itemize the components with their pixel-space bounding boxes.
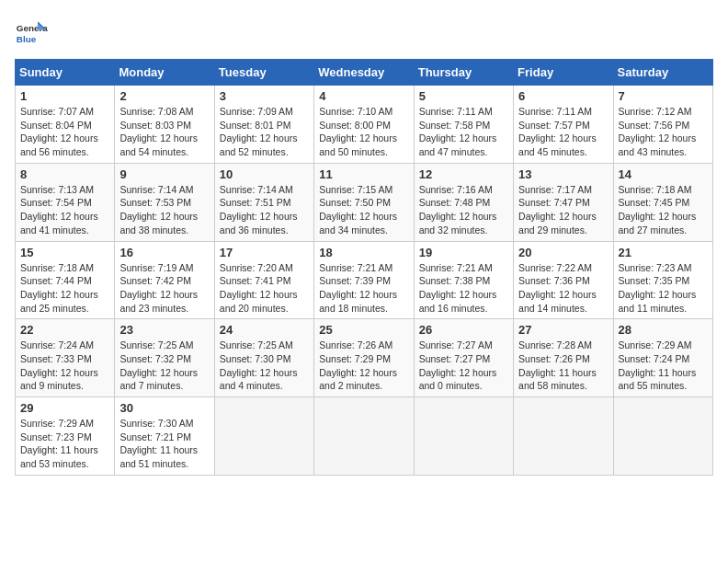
day-number: 27 xyxy=(518,323,608,337)
day-number: 30 xyxy=(119,401,209,415)
day-info: Sunrise: 7:18 AMSunset: 7:45 PMDaylight:… xyxy=(619,183,708,237)
day-cell: 3Sunrise: 7:09 AMSunset: 8:01 PMDaylight… xyxy=(214,86,313,164)
day-number: 15 xyxy=(20,246,109,259)
day-cell: 17Sunrise: 7:20 AMSunset: 7:41 PMDayligh… xyxy=(214,241,313,319)
logo-icon: General Blue xyxy=(15,15,48,48)
day-info: Sunrise: 7:20 AMSunset: 7:41 PMDaylight:… xyxy=(220,261,309,316)
day-cell: 10Sunrise: 7:14 AMSunset: 7:51 PMDayligh… xyxy=(214,163,313,241)
day-cell: 29Sunrise: 7:29 AMSunset: 7:23 PMDayligh… xyxy=(16,397,115,476)
day-cell: 27Sunrise: 7:28 AMSunset: 7:26 PMDayligh… xyxy=(514,319,613,397)
day-number: 1 xyxy=(20,89,109,103)
day-number: 7 xyxy=(619,89,708,103)
day-info: Sunrise: 7:18 AMSunset: 7:44 PMDaylight:… xyxy=(20,261,109,316)
day-number: 19 xyxy=(419,246,508,259)
week-row-3: 15Sunrise: 7:18 AMSunset: 7:44 PMDayligh… xyxy=(16,241,713,319)
day-cell xyxy=(414,397,513,476)
day-number: 21 xyxy=(619,246,708,259)
day-cell: 12Sunrise: 7:16 AMSunset: 7:48 PMDayligh… xyxy=(414,163,513,241)
day-number: 11 xyxy=(319,167,408,181)
day-cell: 25Sunrise: 7:26 AMSunset: 7:29 PMDayligh… xyxy=(314,319,414,397)
col-header-friday: Friday xyxy=(514,60,613,86)
calendar-header-row: SundayMondayTuesdayWednesdayThursdayFrid… xyxy=(16,60,713,86)
day-info: Sunrise: 7:22 AMSunset: 7:36 PMDaylight:… xyxy=(518,261,608,316)
col-header-monday: Monday xyxy=(115,60,214,86)
day-info: Sunrise: 7:19 AMSunset: 7:42 PMDaylight:… xyxy=(119,261,209,316)
day-number: 8 xyxy=(20,167,109,181)
week-row-5: 29Sunrise: 7:29 AMSunset: 7:23 PMDayligh… xyxy=(16,397,713,476)
day-info: Sunrise: 7:29 AMSunset: 7:24 PMDaylight:… xyxy=(619,339,708,393)
day-number: 25 xyxy=(319,323,408,337)
day-cell: 16Sunrise: 7:19 AMSunset: 7:42 PMDayligh… xyxy=(115,241,214,319)
day-number: 17 xyxy=(220,246,309,259)
day-number: 20 xyxy=(518,246,608,259)
logo: General Blue xyxy=(15,15,48,48)
day-cell: 22Sunrise: 7:24 AMSunset: 7:33 PMDayligh… xyxy=(16,319,115,397)
calendar-table: SundayMondayTuesdayWednesdayThursdayFrid… xyxy=(15,59,713,476)
day-number: 24 xyxy=(220,323,309,337)
day-info: Sunrise: 7:26 AMSunset: 7:29 PMDaylight:… xyxy=(319,339,408,393)
day-cell: 30Sunrise: 7:30 AMSunset: 7:21 PMDayligh… xyxy=(115,397,214,476)
day-info: Sunrise: 7:09 AMSunset: 8:01 PMDaylight:… xyxy=(220,105,309,159)
day-number: 28 xyxy=(619,323,708,337)
day-cell xyxy=(314,397,414,476)
day-info: Sunrise: 7:12 AMSunset: 7:56 PMDaylight:… xyxy=(619,105,708,159)
day-number: 22 xyxy=(20,323,109,337)
day-cell: 4Sunrise: 7:10 AMSunset: 8:00 PMDaylight… xyxy=(314,86,414,164)
day-info: Sunrise: 7:14 AMSunset: 7:51 PMDaylight:… xyxy=(220,183,309,237)
day-cell: 8Sunrise: 7:13 AMSunset: 7:54 PMDaylight… xyxy=(16,163,115,241)
day-cell: 21Sunrise: 7:23 AMSunset: 7:35 PMDayligh… xyxy=(613,241,712,319)
day-info: Sunrise: 7:08 AMSunset: 8:03 PMDaylight:… xyxy=(119,105,209,159)
day-info: Sunrise: 7:13 AMSunset: 7:54 PMDaylight:… xyxy=(20,183,109,237)
header: General Blue xyxy=(15,15,713,48)
day-info: Sunrise: 7:11 AMSunset: 7:57 PMDaylight:… xyxy=(518,105,608,159)
week-row-2: 8Sunrise: 7:13 AMSunset: 7:54 PMDaylight… xyxy=(16,163,713,241)
day-info: Sunrise: 7:25 AMSunset: 7:30 PMDaylight:… xyxy=(220,339,309,393)
day-info: Sunrise: 7:29 AMSunset: 7:23 PMDaylight:… xyxy=(20,417,109,471)
day-info: Sunrise: 7:21 AMSunset: 7:38 PMDaylight:… xyxy=(419,261,508,316)
day-info: Sunrise: 7:14 AMSunset: 7:53 PMDaylight:… xyxy=(119,183,209,237)
day-number: 5 xyxy=(419,89,508,103)
day-number: 10 xyxy=(220,167,309,181)
day-cell: 6Sunrise: 7:11 AMSunset: 7:57 PMDaylight… xyxy=(514,86,613,164)
day-cell: 1Sunrise: 7:07 AMSunset: 8:04 PMDaylight… xyxy=(16,86,115,164)
day-number: 29 xyxy=(20,401,109,415)
day-info: Sunrise: 7:23 AMSunset: 7:35 PMDaylight:… xyxy=(619,261,708,316)
day-number: 12 xyxy=(419,167,508,181)
day-cell: 28Sunrise: 7:29 AMSunset: 7:24 PMDayligh… xyxy=(613,319,712,397)
day-cell: 20Sunrise: 7:22 AMSunset: 7:36 PMDayligh… xyxy=(514,241,613,319)
day-cell: 18Sunrise: 7:21 AMSunset: 7:39 PMDayligh… xyxy=(314,241,414,319)
day-info: Sunrise: 7:30 AMSunset: 7:21 PMDaylight:… xyxy=(119,417,209,471)
day-cell: 15Sunrise: 7:18 AMSunset: 7:44 PMDayligh… xyxy=(16,241,115,319)
day-info: Sunrise: 7:15 AMSunset: 7:50 PMDaylight:… xyxy=(319,183,408,237)
col-header-thursday: Thursday xyxy=(414,60,513,86)
week-row-4: 22Sunrise: 7:24 AMSunset: 7:33 PMDayligh… xyxy=(16,319,713,397)
week-row-1: 1Sunrise: 7:07 AMSunset: 8:04 PMDaylight… xyxy=(16,86,713,164)
day-cell xyxy=(613,397,712,476)
day-cell: 2Sunrise: 7:08 AMSunset: 8:03 PMDaylight… xyxy=(115,86,214,164)
day-info: Sunrise: 7:17 AMSunset: 7:47 PMDaylight:… xyxy=(518,183,608,237)
day-info: Sunrise: 7:07 AMSunset: 8:04 PMDaylight:… xyxy=(20,105,109,159)
day-number: 26 xyxy=(419,323,508,337)
day-cell: 5Sunrise: 7:11 AMSunset: 7:58 PMDaylight… xyxy=(414,86,513,164)
col-header-saturday: Saturday xyxy=(613,60,712,86)
day-cell: 19Sunrise: 7:21 AMSunset: 7:38 PMDayligh… xyxy=(414,241,513,319)
day-cell: 23Sunrise: 7:25 AMSunset: 7:32 PMDayligh… xyxy=(115,319,214,397)
day-info: Sunrise: 7:10 AMSunset: 8:00 PMDaylight:… xyxy=(319,105,408,159)
col-header-sunday: Sunday xyxy=(16,60,115,86)
day-cell: 7Sunrise: 7:12 AMSunset: 7:56 PMDaylight… xyxy=(613,86,712,164)
day-info: Sunrise: 7:16 AMSunset: 7:48 PMDaylight:… xyxy=(419,183,508,237)
day-info: Sunrise: 7:24 AMSunset: 7:33 PMDaylight:… xyxy=(20,339,109,393)
day-number: 9 xyxy=(119,167,209,181)
day-number: 6 xyxy=(518,89,608,103)
day-cell: 13Sunrise: 7:17 AMSunset: 7:47 PMDayligh… xyxy=(514,163,613,241)
day-cell: 9Sunrise: 7:14 AMSunset: 7:53 PMDaylight… xyxy=(115,163,214,241)
day-cell: 11Sunrise: 7:15 AMSunset: 7:50 PMDayligh… xyxy=(314,163,414,241)
day-cell xyxy=(514,397,613,476)
day-info: Sunrise: 7:21 AMSunset: 7:39 PMDaylight:… xyxy=(319,261,408,316)
day-cell: 14Sunrise: 7:18 AMSunset: 7:45 PMDayligh… xyxy=(613,163,712,241)
day-number: 2 xyxy=(119,89,209,103)
day-info: Sunrise: 7:25 AMSunset: 7:32 PMDaylight:… xyxy=(119,339,209,393)
day-number: 13 xyxy=(518,167,608,181)
day-info: Sunrise: 7:11 AMSunset: 7:58 PMDaylight:… xyxy=(419,105,508,159)
svg-text:Blue: Blue xyxy=(17,34,37,44)
